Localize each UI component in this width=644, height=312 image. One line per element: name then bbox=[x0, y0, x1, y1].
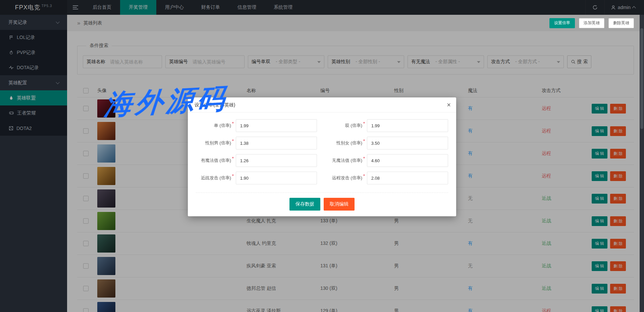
delete-hero-button[interactable]: 删除英雄 bbox=[608, 18, 634, 28]
rate-field: 性别男 (倍率) * bbox=[196, 137, 317, 149]
scrollbar-thumb[interactable] bbox=[640, 28, 643, 129]
close-icon[interactable]: × bbox=[447, 97, 451, 113]
page-scrollbar[interactable] bbox=[640, 15, 644, 312]
rate-input[interactable] bbox=[236, 137, 317, 149]
rate-field: 双 (倍率) * bbox=[327, 119, 448, 132]
required-asterisk: * bbox=[232, 139, 234, 143]
required-asterisk: * bbox=[363, 156, 365, 161]
rate-field: 近战攻击 (倍率) * bbox=[196, 172, 317, 184]
rate-field: 有魔法值 (倍率) * bbox=[196, 154, 317, 167]
rate-input[interactable] bbox=[367, 154, 448, 167]
rate-input[interactable] bbox=[367, 137, 448, 149]
cancel-edit-button[interactable]: 取消编辑 bbox=[324, 198, 355, 211]
modal-title-bar: 设置倍率(全部英雄) × bbox=[188, 97, 456, 113]
rate-input[interactable] bbox=[236, 172, 317, 184]
rate-field: 远程攻击 (倍率) * bbox=[327, 172, 448, 184]
page-toolbar: 设置倍率 添加英雄 删除英雄 bbox=[549, 18, 634, 28]
rate-field: 单 (倍率) * bbox=[196, 119, 317, 132]
rate-input[interactable] bbox=[367, 119, 448, 132]
rate-field: 性别女 (倍率) * bbox=[327, 137, 448, 149]
rate-input[interactable] bbox=[236, 119, 317, 132]
add-hero-button[interactable]: 添加英雄 bbox=[579, 18, 604, 28]
required-asterisk: * bbox=[232, 174, 234, 178]
modal-buttons: 保存数据 取消编辑 bbox=[196, 193, 448, 217]
set-rate-modal: 设置倍率(全部英雄) × 单 (倍率) * 双 (倍率) * 性别男 (倍率) … bbox=[188, 97, 456, 216]
required-asterisk: * bbox=[363, 174, 365, 178]
modal-title: 设置倍率(全部英雄) bbox=[195, 102, 235, 107]
required-asterisk: * bbox=[232, 121, 234, 126]
save-data-button[interactable]: 保存数据 bbox=[289, 198, 320, 211]
set-rate-button[interactable]: 设置倍率 bbox=[549, 18, 575, 28]
rate-input[interactable] bbox=[236, 154, 317, 167]
required-asterisk: * bbox=[363, 139, 365, 143]
rate-input[interactable] bbox=[367, 172, 448, 184]
required-asterisk: * bbox=[232, 156, 234, 161]
modal-body: 单 (倍率) * 双 (倍率) * 性别男 (倍率) * 性别女 (倍率) * … bbox=[188, 113, 456, 217]
rate-field: 无魔法值 (倍率) * bbox=[327, 154, 448, 167]
required-asterisk: * bbox=[363, 121, 365, 126]
